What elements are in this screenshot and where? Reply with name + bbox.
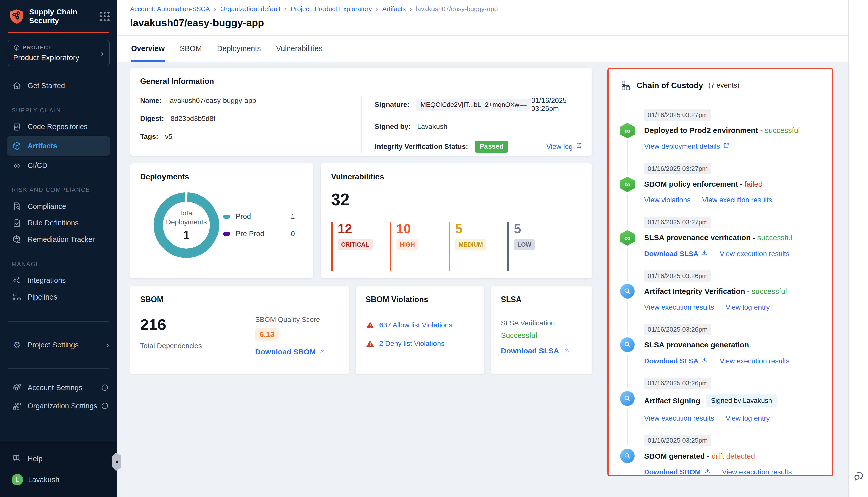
- view-deployment-details-link[interactable]: View deployment details: [644, 142, 729, 151]
- slsa-verification-status: Successful: [501, 331, 582, 340]
- download-icon: [701, 357, 708, 365]
- card-title: General Information: [140, 77, 582, 86]
- legend-label: Pre Prod: [235, 230, 264, 238]
- event-status: successful: [753, 233, 792, 242]
- event-timestamp: 01/16/2025 03:26pm: [644, 270, 711, 282]
- view-violations-link[interactable]: View violations: [644, 196, 691, 204]
- download-sbom-link[interactable]: Download SBOM: [644, 468, 710, 476]
- custody-event: 01/16/2025 03:27pm ∞ SLSA provenance ver…: [620, 217, 821, 258]
- view-log-link[interactable]: View log: [546, 142, 582, 151]
- sidebar-item-get-started[interactable]: Get Started: [0, 77, 117, 94]
- section-label-supply-chain: SUPPLY CHAIN: [0, 107, 117, 114]
- sidebar-item-cicd[interactable]: ∞ CI/CD: [0, 157, 117, 174]
- breadcrumb-artifacts[interactable]: Artifacts: [382, 5, 416, 13]
- download-sbom-link[interactable]: Download SBOM: [255, 347, 339, 356]
- severity-count: 10: [396, 222, 449, 235]
- external-link-icon: [576, 142, 582, 151]
- vulnerabilities-total: 32: [331, 190, 582, 209]
- digest-label: Digest:: [140, 115, 164, 123]
- integrity-status-label: Integrity Verification Status:: [375, 143, 468, 151]
- tab-vulnerabilities[interactable]: Vulnerabilities: [276, 36, 323, 62]
- legend-value: 0: [291, 230, 295, 238]
- download-slsa-link[interactable]: Download SLSA: [501, 346, 582, 355]
- sidebar-lower-nav: ⚙ Project Settings › Account Settings Or…: [0, 336, 117, 415]
- allow-list-violations-link[interactable]: 637 Allow list Violations: [366, 321, 474, 330]
- view-execution-results-link[interactable]: View execution results: [722, 468, 792, 476]
- card-title: SBOM: [140, 295, 339, 304]
- event-title: SLSA provenance generation: [644, 341, 749, 349]
- view-execution-results-link[interactable]: View execution results: [702, 196, 772, 204]
- project-cube-icon: [13, 44, 20, 51]
- warning-icon: [366, 321, 375, 330]
- tab-sbom[interactable]: SBOM: [179, 36, 202, 62]
- breadcrumb-account[interactable]: Account: Automation-SSCA: [130, 5, 220, 13]
- gear-icon: ⚙: [12, 340, 22, 350]
- compliance-document-icon: [12, 201, 22, 212]
- remediation-box-icon: [12, 234, 22, 245]
- page-header: Account: Automation-SSCA Organization: d…: [117, 0, 849, 36]
- deny-list-violations-link[interactable]: 2 Deny list Violations: [366, 339, 474, 348]
- sidebar-item-artifacts[interactable]: Artifacts: [7, 137, 110, 156]
- preprod-dot-icon: [223, 232, 230, 236]
- legend-item-preprod: Pre Prod 0: [223, 230, 295, 238]
- sidebar-item-label: Project Settings: [28, 341, 78, 349]
- deployments-card: Deployments Total Deployments 1: [130, 163, 314, 279]
- breadcrumb-organization[interactable]: Organization: default: [220, 5, 291, 13]
- sidebar-item-organization-settings[interactable]: Organization Settings: [0, 397, 117, 415]
- feedback-chat-icon[interactable]: [852, 470, 866, 483]
- scan-circle-icon: [620, 284, 635, 298]
- sidebar-item-pipelines[interactable]: Pipelines: [0, 289, 117, 305]
- sidebar-item-project-settings[interactable]: ⚙ Project Settings ›: [0, 336, 117, 354]
- view-log-entry-link[interactable]: View log entry: [726, 303, 769, 311]
- sidebar-item-remediation-tracker[interactable]: Remediation Tracker: [0, 231, 117, 248]
- app-switcher-grid-icon[interactable]: [100, 12, 110, 21]
- sidebar-item-account-settings[interactable]: Account Settings: [0, 379, 117, 397]
- download-icon: [704, 468, 710, 476]
- panel-title: Chain of Custody: [637, 81, 703, 90]
- event-timestamp: 01/16/2025 03:27pm: [644, 109, 711, 120]
- chain-of-custody-panel: Chain of Custody (7 events) 01/16/2025 0…: [607, 68, 833, 477]
- severity-badge: LOW: [514, 239, 535, 250]
- view-execution-results-link[interactable]: View execution results: [644, 303, 714, 311]
- tab-deployments[interactable]: Deployments: [217, 36, 261, 62]
- view-execution-results-link[interactable]: View execution results: [720, 357, 790, 365]
- supply-chain-security-logo-icon: [9, 8, 25, 24]
- sidebar-item-code-repositories[interactable]: Code Repositories: [0, 118, 117, 135]
- donut-center-value: 1: [183, 228, 190, 242]
- chevron-right-icon: ›: [101, 48, 104, 58]
- sidebar-item-label: Get Started: [28, 82, 65, 90]
- status-badge-passed: Passed: [475, 141, 509, 153]
- sidebar-item-help[interactable]: Help: [0, 450, 117, 467]
- view-execution-results-link[interactable]: View execution results: [644, 414, 714, 422]
- sidebar-item-label: Pipelines: [28, 293, 57, 301]
- view-execution-results-link[interactable]: View execution results: [720, 250, 790, 258]
- signature-timestamp: 01/16/2025 03:26pm: [532, 97, 582, 113]
- signature-value[interactable]: MEQCICde2VjIT...bL+2+mqnOXw==: [416, 99, 531, 111]
- main-area: Account: Automation-SSCA Organization: d…: [117, 0, 849, 497]
- scan-circle-icon: [620, 449, 635, 463]
- sidebar-item-label: Artifacts: [28, 142, 57, 150]
- sidebar-item-rule-definitions[interactable]: Rule Definitions: [0, 215, 117, 231]
- sidebar-item-label: Account Settings: [28, 384, 82, 392]
- event-timestamp: 01/16/2025 03:25pm: [644, 435, 711, 446]
- sidebar-item-label: Help: [28, 455, 43, 463]
- tab-overview[interactable]: Overview: [131, 36, 164, 62]
- tab-bar: Overview SBOM Deployments Vulnerabilitie…: [117, 36, 849, 62]
- project-selector[interactable]: PROJECT Product Exploratory ›: [8, 40, 110, 66]
- breadcrumb-current: lavakush07/easy-buggy-app: [416, 5, 497, 13]
- sbom-total-dependencies: 216: [140, 316, 241, 333]
- severity-count: 5: [455, 222, 507, 235]
- breadcrumb-project[interactable]: Project: Product Exploratory: [291, 5, 382, 13]
- download-slsa-link[interactable]: Download SLSA: [644, 357, 708, 365]
- severity-count: 12: [337, 222, 390, 235]
- sidebar-item-compliance[interactable]: Compliance: [0, 198, 117, 215]
- severity-badge: CRITICAL: [337, 239, 373, 250]
- sidebar-item-label: Code Repositories: [28, 123, 88, 131]
- download-slsa-link[interactable]: Download SLSA: [644, 250, 708, 258]
- sidebar-item-integrations[interactable]: Integrations: [0, 272, 117, 289]
- project-label: PROJECT: [23, 44, 52, 51]
- sbom-quality-score-badge: 6.13: [255, 328, 279, 341]
- view-log-entry-link[interactable]: View log entry: [726, 414, 769, 422]
- warning-icon: [366, 339, 375, 348]
- user-menu[interactable]: L Lavakush: [0, 471, 117, 488]
